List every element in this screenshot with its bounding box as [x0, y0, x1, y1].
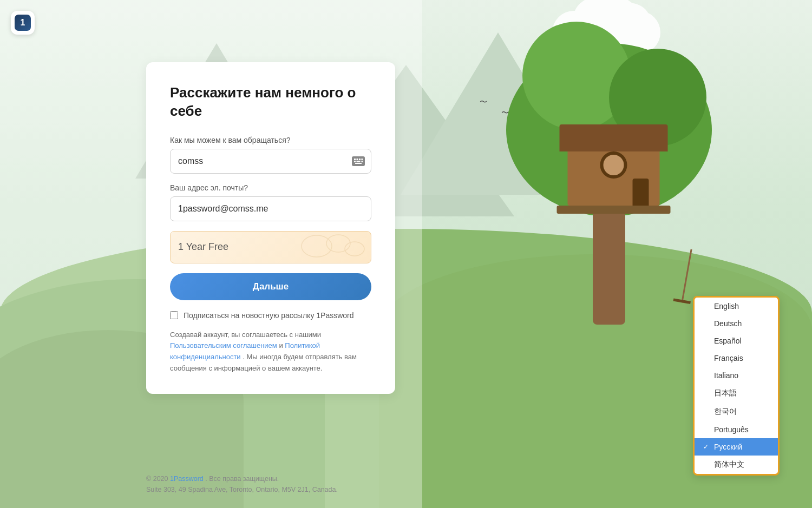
svg-rect-5 — [357, 161, 361, 162]
language-dropdown: EnglishDeutschEspañolFrançaisItaliano日本語… — [693, 296, 780, 476]
name-label: Как мы можем к вам обращаться? — [170, 136, 371, 144]
form-title: Расскажите нам немного о себе — [170, 84, 371, 121]
email-label: Ваш адрес эл. почты? — [170, 183, 371, 192]
keyboard-icon — [352, 156, 365, 166]
language-option[interactable]: 简体中文 — [695, 456, 778, 474]
treehouse-platform — [557, 206, 671, 214]
bird-decoration: 〜 — [480, 97, 487, 107]
language-label: Deutsch — [714, 319, 742, 328]
svg-rect-0 — [354, 159, 356, 160]
svg-rect-6 — [362, 161, 363, 162]
svg-rect-4 — [354, 161, 356, 162]
footer-brand-link[interactable]: 1Password — [170, 475, 204, 483]
treehouse-roof — [560, 124, 668, 151]
svg-rect-2 — [359, 159, 361, 160]
newsletter-checkbox[interactable] — [170, 311, 178, 319]
language-option[interactable]: Deutsch — [695, 315, 778, 332]
language-option[interactable]: 日本語 — [695, 384, 778, 403]
name-input[interactable] — [170, 149, 371, 174]
submit-button[interactable]: Дальше — [170, 273, 371, 300]
logo-icon: 1 — [15, 15, 31, 31]
language-label: Español — [714, 337, 742, 345]
language-label: 日本語 — [714, 388, 737, 398]
svg-point-9 — [326, 235, 350, 252]
treehouse — [568, 141, 660, 206]
language-label: Italiano — [714, 371, 738, 380]
footer: © 2020 1Password . Все права защищены. S… — [146, 473, 338, 495]
newsletter-row: Подписаться на новостную рассылку 1Passw… — [170, 311, 371, 320]
svg-rect-3 — [362, 159, 363, 160]
svg-rect-1 — [357, 159, 358, 160]
footer-address: Suite 303, 49 Spadina Ave, Toronto, Onta… — [146, 484, 338, 495]
language-option[interactable]: Português — [695, 421, 778, 438]
signup-form-card: Расскажите нам немного о себе Как мы мож… — [146, 62, 395, 394]
name-input-wrapper — [170, 149, 371, 174]
language-label: Русский — [714, 443, 742, 451]
email-input-wrapper — [170, 196, 371, 221]
badge-decoration — [300, 233, 365, 262]
newsletter-label: Подписаться на новостную рассылку 1Passw… — [184, 311, 354, 320]
email-input[interactable] — [170, 196, 371, 221]
language-label: Português — [714, 425, 749, 434]
language-option[interactable]: Español — [695, 332, 778, 349]
terms-link-1[interactable]: Пользовательским соглашением — [170, 341, 277, 349]
footer-copyright: © 2020 1Password . Все права защищены. — [146, 473, 338, 484]
language-label: 简体中文 — [714, 460, 744, 470]
terms-text: Создавай аккаунт, вы соглашаетесь с наши… — [170, 329, 371, 374]
language-option[interactable]: Français — [695, 349, 778, 367]
language-option[interactable]: ✓Русский — [695, 438, 778, 456]
language-option[interactable]: Italiano — [695, 367, 778, 384]
language-option[interactable]: English — [695, 298, 778, 315]
language-check-icon: ✓ — [703, 443, 711, 451]
year-free-badge: 1 Year Free — [170, 231, 371, 263]
language-label: English — [714, 302, 739, 311]
language-label: 한국어 — [714, 407, 737, 417]
svg-rect-7 — [355, 163, 362, 164]
year-free-text: 1 Year Free — [178, 241, 228, 253]
treehouse-door — [633, 179, 649, 206]
rope-swing — [681, 249, 692, 302]
treehouse-window — [600, 151, 627, 179]
language-option[interactable]: 한국어 — [695, 403, 778, 421]
language-label: Français — [714, 354, 743, 362]
bird-decoration-2: 〜 — [501, 108, 509, 118]
app-logo: 1 — [11, 11, 35, 35]
